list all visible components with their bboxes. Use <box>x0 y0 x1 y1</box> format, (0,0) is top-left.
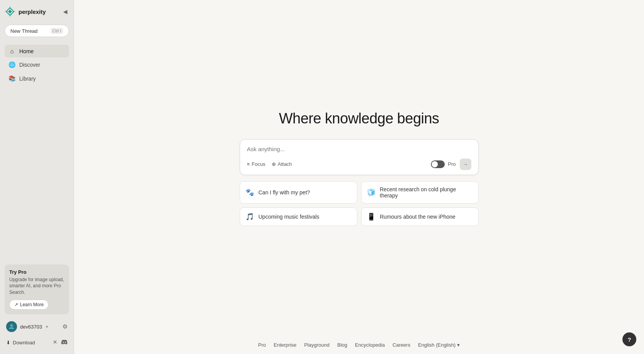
logo-icon <box>5 6 15 17</box>
search-footer: ≡ Focus ⊕ Attach Pro <box>247 158 471 170</box>
attach-label: Attach <box>278 161 292 167</box>
learn-more-label: Learn More <box>20 302 44 307</box>
submit-button[interactable]: → <box>460 158 471 170</box>
download-row: ⬇ Download ✕ <box>5 337 69 348</box>
focus-icon: ≡ <box>247 161 250 167</box>
learn-more-button[interactable]: ↗ Learn More <box>9 300 49 310</box>
download-link[interactable]: ⬇ Download <box>6 340 35 346</box>
toggle-knob <box>432 161 438 167</box>
language-label: English (English) <box>418 342 456 348</box>
footer-link-playground[interactable]: Playground <box>304 342 330 348</box>
sidebar: perplexity ◀ New Thread Ctrl I ⌂ Home 🌐 … <box>0 0 74 354</box>
suggestion-emoji-3: 🎵 <box>245 212 255 221</box>
logo: perplexity <box>5 6 46 17</box>
suggestion-emoji-1: 🐾 <box>245 188 255 197</box>
language-selector[interactable]: English (English) ▾ <box>418 342 460 348</box>
main-center: Where knowledge begins ≡ Focus ⊕ Attach <box>74 0 644 336</box>
nav-menu: ⌂ Home 🌐 Discover 📚 Library <box>5 45 69 85</box>
download-label: Download <box>13 340 35 346</box>
collapse-icon: ◀ <box>63 8 67 15</box>
footer-link-blog[interactable]: Blog <box>337 342 347 348</box>
help-icon: ? <box>627 336 631 343</box>
try-pro-description: Upgrade for image upload, smarter AI, an… <box>9 276 64 296</box>
search-actions-right: Pro → <box>431 158 471 170</box>
sidebar-item-library-label: Library <box>19 76 36 82</box>
suggestion-text-1: Can I fly with my pet? <box>259 189 310 196</box>
settings-icon[interactable]: ⚙ <box>62 323 67 330</box>
footer-link-enterprise[interactable]: Enterprise <box>274 342 296 348</box>
new-thread-shortcut: Ctrl I <box>50 28 63 34</box>
pro-toggle[interactable]: Pro <box>431 160 456 168</box>
main-content: Where knowledge begins ≡ Focus ⊕ Attach <box>74 0 644 354</box>
suggestion-text-3: Upcoming music festivals <box>259 214 319 220</box>
library-icon: 📚 <box>8 75 15 82</box>
collapse-button[interactable]: ◀ <box>62 7 69 16</box>
user-name: dev63703 <box>20 324 42 330</box>
search-actions-left: ≡ Focus ⊕ Attach <box>247 161 292 167</box>
attach-icon: ⊕ <box>272 161 276 167</box>
suggestion-card-3[interactable]: 🎵 Upcoming music festivals <box>240 207 357 226</box>
suggestion-card-2[interactable]: 🧊 Recent research on cold plunge therapy <box>361 181 479 204</box>
focus-label: Focus <box>252 161 265 167</box>
app-name: perplexity <box>18 8 46 15</box>
download-icon: ⬇ <box>6 340 10 346</box>
pro-label: Pro <box>448 161 456 167</box>
suggestion-card-4[interactable]: 📱 Rumours about the new iPhone <box>361 207 479 226</box>
new-thread-button[interactable]: New Thread Ctrl I <box>5 25 69 37</box>
footer-link-careers[interactable]: Careers <box>392 342 410 348</box>
footer: Pro Enterprise Playground Blog Encyclope… <box>74 336 644 354</box>
new-thread-label: New Thread <box>10 28 38 34</box>
user-chevron-icon: ▾ <box>46 324 48 329</box>
sidebar-item-discover-label: Discover <box>19 62 40 68</box>
suggestion-emoji-2: 🧊 <box>367 188 376 197</box>
search-box: ≡ Focus ⊕ Attach Pro <box>240 139 479 175</box>
search-input[interactable] <box>247 146 471 152</box>
social-icons: ✕ <box>53 339 67 346</box>
focus-button[interactable]: ≡ Focus <box>247 161 266 167</box>
try-pro-title: Try Pro <box>9 269 64 275</box>
discover-icon: 🌐 <box>8 61 15 68</box>
try-pro-box: Try Pro Upgrade for image upload, smarte… <box>5 265 69 314</box>
attach-button[interactable]: ⊕ Attach <box>272 161 292 167</box>
sidebar-bottom: Try Pro Upgrade for image upload, smarte… <box>5 265 69 348</box>
sidebar-header: perplexity ◀ <box>5 6 69 17</box>
sidebar-item-discover[interactable]: 🌐 Discover <box>5 58 69 71</box>
sidebar-item-home[interactable]: ⌂ Home <box>5 45 69 57</box>
page-title: Where knowledge begins <box>279 110 439 127</box>
sidebar-item-library[interactable]: 📚 Library <box>5 72 69 85</box>
chevron-down-icon: ▾ <box>457 342 460 348</box>
arrow-right-icon: → <box>463 161 468 167</box>
avatar-icon <box>6 321 17 332</box>
footer-link-encyclopedia[interactable]: Encyclopedia <box>355 342 385 348</box>
svg-point-3 <box>10 324 13 327</box>
toggle-switch[interactable] <box>431 160 445 168</box>
home-icon: ⌂ <box>8 48 15 54</box>
user-info[interactable]: dev63703 ▾ <box>6 321 48 332</box>
twitter-icon[interactable]: ✕ <box>53 339 57 346</box>
discord-icon[interactable] <box>61 339 67 346</box>
user-row: dev63703 ▾ ⚙ <box>5 319 69 334</box>
suggestions-grid: 🐾 Can I fly with my pet? 🧊 Recent resear… <box>240 181 479 226</box>
suggestion-text-4: Rumours about the new iPhone <box>380 214 456 220</box>
footer-link-pro[interactable]: Pro <box>258 342 266 348</box>
help-button[interactable]: ? <box>622 332 636 346</box>
suggestion-emoji-4: 📱 <box>367 212 376 221</box>
avatar <box>6 321 17 332</box>
sidebar-item-home-label: Home <box>19 48 34 54</box>
suggestion-text-2: Recent research on cold plunge therapy <box>380 186 473 199</box>
suggestion-card-1[interactable]: 🐾 Can I fly with my pet? <box>240 181 357 204</box>
learn-more-arrow-icon: ↗ <box>14 302 18 307</box>
